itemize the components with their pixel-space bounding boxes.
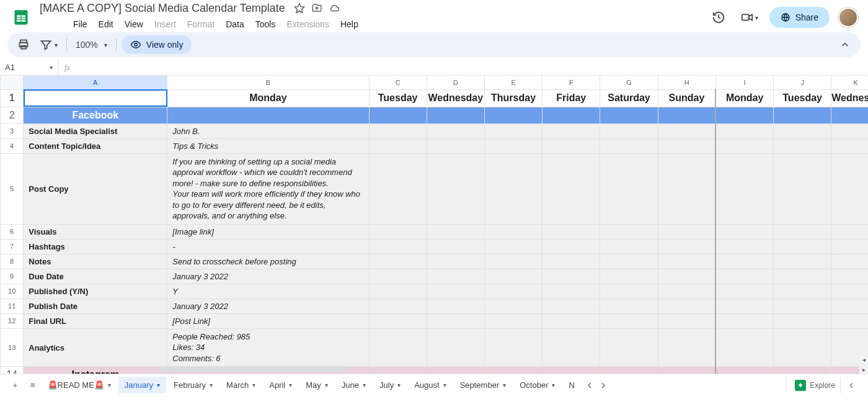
name-box[interactable]: A1▾ [0, 60, 58, 75]
cell[interactable]: Wednesday [427, 89, 484, 107]
tab-scroll-left-icon[interactable] [585, 380, 595, 390]
row-header[interactable]: 5 [1, 153, 24, 224]
row-header[interactable]: 14 [1, 367, 24, 374]
scroll-right-icon[interactable]: ▸ [859, 365, 868, 374]
cell[interactable]: Tuesday [369, 89, 427, 107]
sheet-tab-readme[interactable]: 🚨READ ME🚨▾ [42, 377, 117, 393]
cell-label[interactable]: Notes [24, 254, 167, 269]
cell-label[interactable]: Post Copy [24, 153, 167, 224]
row-header[interactable]: 13 [1, 328, 24, 367]
cell[interactable]: Saturday [600, 89, 658, 107]
sheets-logo[interactable] [10, 6, 32, 29]
cell[interactable]: [Post Link] [167, 313, 369, 328]
cell-label[interactable]: Due Date [24, 269, 167, 284]
cell-label[interactable]: Visuals [24, 224, 167, 239]
cell[interactable]: Wednesda [831, 89, 868, 107]
sheet-tab-august[interactable]: August▾ [408, 377, 452, 393]
zoom-select[interactable]: 100%▾ [72, 37, 111, 52]
cell-label[interactable]: Analytics [24, 328, 167, 367]
cell[interactable]: Tips & Tricks [167, 138, 369, 153]
cell[interactable]: If you are thinking of setting up a soci… [167, 153, 369, 224]
row-header[interactable]: 12 [1, 313, 24, 328]
col-header[interactable]: K [831, 76, 868, 89]
account-avatar[interactable] [838, 7, 858, 27]
add-sheet-icon[interactable]: ＋ [6, 376, 24, 395]
cell[interactable]: People Reached: 985 Likes: 34 Comments: … [167, 328, 369, 367]
menu-file[interactable]: File [68, 17, 92, 32]
sheet-tab-april[interactable]: April▾ [263, 377, 298, 393]
horizontal-scrollbar[interactable] [22, 365, 861, 374]
cell-selected[interactable] [24, 89, 167, 107]
cell[interactable]: Sunday [658, 89, 715, 107]
star-icon[interactable] [294, 2, 305, 14]
sheet-tab-january[interactable]: January▾ [118, 377, 166, 393]
col-header[interactable]: H [658, 76, 715, 89]
cell[interactable]: Friday [542, 89, 600, 107]
cell[interactable]: [Image link] [167, 224, 369, 239]
sheet-tab-more[interactable]: N [562, 377, 580, 393]
cell-label[interactable]: Published (Y/N) [24, 284, 167, 299]
col-header[interactable]: A [24, 76, 167, 89]
side-panel-toggle-icon[interactable] [840, 377, 862, 393]
menu-edit[interactable]: Edit [94, 17, 118, 32]
col-header[interactable]: G [600, 76, 658, 89]
col-header[interactable]: D [427, 76, 484, 89]
sheet-tab-september[interactable]: September▾ [454, 377, 513, 393]
cell[interactable]: Tuesday [774, 89, 831, 107]
doc-title[interactable]: [MAKE A COPY] Social Media Calendar Temp… [37, 1, 288, 16]
collapse-toolbar-icon[interactable] [836, 37, 854, 53]
cell-label[interactable]: Final URL [24, 313, 167, 328]
col-header[interactable]: I [715, 76, 773, 89]
cell[interactable]: John B. [167, 123, 369, 138]
col-header[interactable]: E [484, 76, 542, 89]
all-sheets-icon[interactable]: ≡ [25, 377, 40, 393]
col-header[interactable]: F [542, 76, 600, 89]
move-icon[interactable] [311, 2, 322, 14]
share-button[interactable]: Share [769, 7, 830, 28]
spreadsheet-grid[interactable]: A B C D E F G H I J K 1 Monday Tuesday W… [0, 76, 868, 374]
cell[interactable]: Monday [167, 89, 369, 107]
cloud-status-icon[interactable] [329, 2, 340, 14]
view-only-badge[interactable]: View only [122, 35, 192, 54]
row-header[interactable]: 7 [1, 239, 24, 254]
sheet-tab-october[interactable]: October▾ [513, 377, 561, 393]
sheet-tab-february[interactable]: February▾ [167, 377, 219, 393]
row-header[interactable]: 8 [1, 254, 24, 269]
menu-tools[interactable]: Tools [250, 17, 281, 32]
cell[interactable]: January 3 2022 [167, 269, 369, 284]
menu-help[interactable]: Help [335, 17, 363, 32]
history-icon[interactable] [707, 6, 730, 29]
cell[interactable]: Y [167, 284, 369, 299]
row-header[interactable]: 1 [1, 89, 24, 107]
row-header[interactable]: 4 [1, 138, 24, 153]
cell-label[interactable]: Social Media Specialist [24, 123, 167, 138]
cell[interactable]: Send to crosscheck before posting [167, 254, 369, 269]
col-header[interactable]: J [774, 76, 831, 89]
row-header[interactable]: 11 [1, 299, 24, 313]
section-facebook[interactable]: Facebook [24, 107, 167, 123]
meet-icon[interactable]: ▾ [738, 6, 761, 29]
col-header[interactable]: C [369, 76, 427, 89]
sheet-tab-march[interactable]: March▾ [220, 377, 262, 393]
tab-scroll-right-icon[interactable] [598, 380, 608, 390]
sheet-tab-july[interactable]: July▾ [373, 377, 407, 393]
row-header[interactable]: 10 [1, 284, 24, 299]
filter-icon[interactable]: ▾ [36, 36, 61, 53]
row-header[interactable]: 9 [1, 269, 24, 284]
col-header[interactable]: B [167, 76, 369, 89]
print-icon[interactable] [14, 36, 33, 53]
cell[interactable]: - [167, 239, 369, 254]
row-header[interactable]: 3 [1, 123, 24, 138]
cell[interactable]: Thursday [484, 89, 542, 107]
row-header[interactable]: 6 [1, 224, 24, 239]
sheet-tab-june[interactable]: June▾ [335, 377, 372, 393]
cell-label[interactable]: Content Topic/Idea [24, 138, 167, 153]
cell-label[interactable]: Publish Date [24, 299, 167, 313]
sheet-tab-may[interactable]: May▾ [299, 377, 334, 393]
menu-data[interactable]: Data [221, 17, 249, 32]
cell-label[interactable]: Hashtags [24, 239, 167, 254]
row-header[interactable]: 2 [1, 107, 24, 123]
cell[interactable]: Monday [715, 89, 773, 107]
menu-view[interactable]: View [120, 17, 148, 32]
scroll-left-icon[interactable]: ◂ [859, 355, 868, 364]
